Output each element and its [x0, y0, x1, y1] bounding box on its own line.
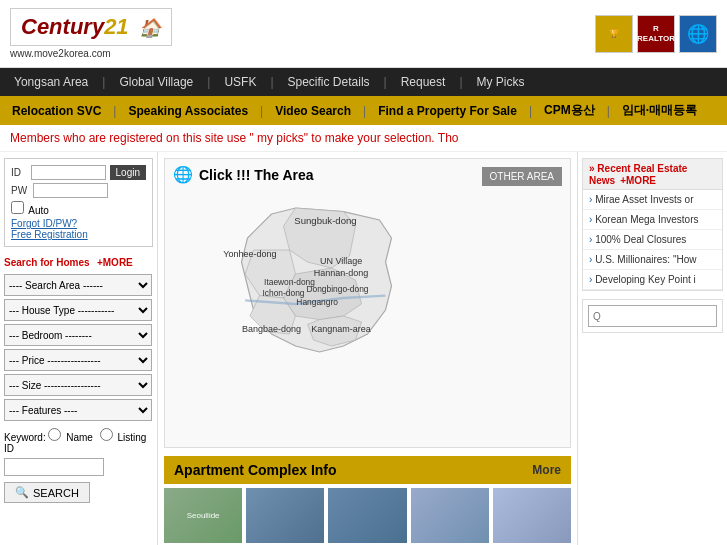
- keyword-label: Keyword:: [4, 432, 46, 443]
- price-select[interactable]: --- Price ----------------: [4, 349, 152, 371]
- search-more-link[interactable]: +MORE: [97, 257, 133, 268]
- apt-images: Seoullide: [164, 484, 571, 544]
- c21-badge-icon: 🏆: [595, 15, 633, 53]
- nav-global-village[interactable]: Global Village: [105, 68, 207, 96]
- search-icon: 🔍: [15, 486, 29, 499]
- logo-area: Century21 🏠 www.move2korea.com: [10, 8, 172, 59]
- nav-specific-details[interactable]: Specific Details: [274, 68, 384, 96]
- keyword-listing-radio[interactable]: [100, 428, 113, 441]
- apt-img-4[interactable]: [411, 488, 489, 543]
- house-type-select[interactable]: --- House Type -----------: [4, 299, 152, 321]
- location-ichon: Ichon-dong: [263, 288, 305, 298]
- header-icons: 🏆 RREALTOR 🌐: [595, 15, 717, 53]
- size-select[interactable]: --- Size -----------------: [4, 374, 152, 396]
- auto-row: Auto: [11, 201, 146, 216]
- news-link-1[interactable]: ›: [589, 194, 592, 205]
- keyword-input[interactable]: [4, 458, 104, 476]
- news-item-1[interactable]: › Mirae Asset Invests or: [583, 190, 722, 210]
- news-item-3[interactable]: › 100% Deal Closures: [583, 230, 722, 250]
- keyword-name-radio[interactable]: [48, 428, 61, 441]
- apt-more-link[interactable]: More: [532, 463, 561, 477]
- location-hangangro: Hangangro: [296, 297, 338, 307]
- members-message: Members who are registered on this site …: [0, 125, 727, 152]
- news-item-2[interactable]: › Korean Mega Investors: [583, 210, 722, 230]
- news-link-3[interactable]: ›: [589, 234, 592, 245]
- korea-map-svg[interactable]: Sungbuk-dong Yonhee-dong UN Village Hann…: [165, 190, 570, 430]
- map-container: 🌐 Click !!! The Area OTHER AREA Sungbuk-…: [164, 158, 571, 448]
- news-link-2[interactable]: ›: [589, 214, 592, 225]
- forgot-link[interactable]: Forgot ID/PW?: [11, 218, 146, 229]
- nav-my-picks[interactable]: My Picks: [463, 68, 539, 96]
- login-box: ID Login PW Auto Forgot ID/PW? Free Regi…: [4, 158, 153, 247]
- apt-img-2[interactable]: [246, 488, 324, 543]
- apt-img-1[interactable]: Seoullide: [164, 488, 242, 543]
- search-homes-title: Search for Homes +MORE: [4, 255, 153, 269]
- login-links: Forgot ID/PW? Free Registration: [11, 218, 146, 240]
- apt-title: Apartment Complex Info: [174, 462, 337, 478]
- id-label: ID: [11, 167, 27, 178]
- location-un-village: UN Village: [320, 256, 362, 266]
- register-link[interactable]: Free Registration: [11, 229, 146, 240]
- logo-century: Century: [21, 14, 104, 39]
- pw-input[interactable]: [33, 183, 108, 198]
- location-sungbuk: Sungbuk-dong: [294, 215, 356, 226]
- other-area-button[interactable]: OTHER AREA: [482, 167, 562, 186]
- right-search-input[interactable]: [588, 305, 717, 327]
- main-nav: Yongsan Area | Global Village | USFK | S…: [0, 68, 727, 96]
- search-homes: Search for Homes +MORE ---- Search Area …: [4, 255, 153, 503]
- features-select[interactable]: --- Features ----: [4, 399, 152, 421]
- id-input[interactable]: [31, 165, 106, 180]
- logo-21: 21: [104, 14, 128, 39]
- pw-row: PW: [11, 183, 146, 198]
- left-sidebar: ID Login PW Auto Forgot ID/PW? Free Regi…: [0, 152, 158, 545]
- apt-img-label-1: Seoullide: [185, 509, 222, 522]
- pw-label: PW: [11, 185, 29, 196]
- nav-request[interactable]: Request: [387, 68, 460, 96]
- apt-img-3[interactable]: [328, 488, 406, 543]
- keyword-row: Keyword: Name Listing ID: [4, 428, 153, 454]
- nav-yongsan[interactable]: Yongsan Area: [0, 68, 102, 96]
- nav-cpm[interactable]: CPM용산: [532, 96, 607, 125]
- news-title: » Recent Real Estate News +MORE: [583, 159, 722, 190]
- location-dongbingo: Dongbingo-dong: [306, 284, 368, 294]
- auto-checkbox[interactable]: [11, 201, 24, 214]
- center-content: 🌐 Click !!! The Area OTHER AREA Sungbuk-…: [158, 152, 577, 545]
- nav-rent[interactable]: 임대·매매등록: [610, 96, 709, 125]
- news-item-4[interactable]: › U.S. Millionaires: "How: [583, 250, 722, 270]
- right-sidebar: » Recent Real Estate News +MORE › Mirae …: [577, 152, 727, 545]
- logo: Century21 🏠: [10, 8, 172, 46]
- logo-url: www.move2korea.com: [10, 48, 172, 59]
- auto-label: Auto: [28, 205, 49, 216]
- news-link-5[interactable]: ›: [589, 274, 592, 285]
- sub-nav: Relocation SVC | Speaking Associates | V…: [0, 96, 727, 125]
- area-select[interactable]: ---- Search Area ------: [4, 274, 152, 296]
- location-hannan: Hannan-dong: [314, 268, 369, 278]
- map-globe-icon: 🌐: [173, 165, 193, 184]
- keyword-name-label: Name: [48, 432, 95, 443]
- location-bangbae: Bangbae-dong: [242, 324, 301, 334]
- nav-relocation[interactable]: Relocation SVC: [0, 98, 113, 124]
- news-link-4[interactable]: ›: [589, 254, 592, 265]
- nav-usfk[interactable]: USFK: [210, 68, 270, 96]
- bedroom-select[interactable]: --- Bedroom --------: [4, 324, 152, 346]
- apt-img-5[interactable]: [493, 488, 571, 543]
- header: Century21 🏠 www.move2korea.com 🏆 RREALTO…: [0, 0, 727, 68]
- apartment-bar: Apartment Complex Info More: [164, 456, 571, 484]
- right-search-box: [582, 299, 723, 333]
- nav-speaking[interactable]: Speaking Associates: [116, 98, 260, 124]
- nav-find-property[interactable]: Find a Property For Sale: [366, 98, 529, 124]
- realtor-icon: RREALTOR: [637, 15, 675, 53]
- location-yonhee: Yonhee-dong: [223, 249, 276, 259]
- location-kangnam: Kangnam-area: [311, 324, 371, 334]
- news-box: » Recent Real Estate News +MORE › Mirae …: [582, 158, 723, 291]
- id-row: ID Login: [11, 165, 146, 180]
- nav-video[interactable]: Video Search: [263, 98, 363, 124]
- main-layout: ID Login PW Auto Forgot ID/PW? Free Regi…: [0, 152, 727, 545]
- news-more-link[interactable]: +MORE: [620, 175, 656, 186]
- map-svg[interactable]: Sungbuk-dong Yonhee-dong UN Village Hann…: [165, 190, 570, 430]
- login-button[interactable]: Login: [110, 165, 146, 180]
- search-button[interactable]: 🔍 SEARCH: [4, 482, 90, 503]
- news-item-5[interactable]: › Developing Key Point i: [583, 270, 722, 290]
- globe-icon: 🌐: [679, 15, 717, 53]
